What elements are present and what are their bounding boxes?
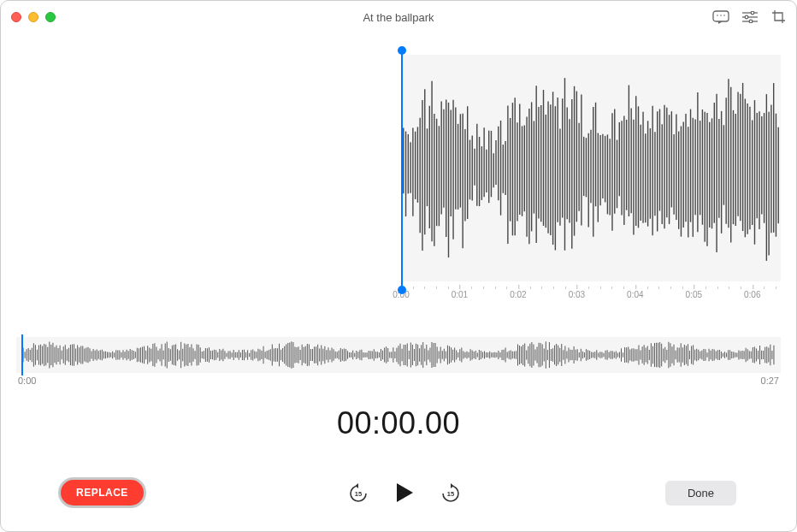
skip-forward-button[interactable]: 15 (440, 482, 462, 504)
detail-waveform-area: 0:000:010:020:030:040:050:06 (16, 50, 781, 307)
svg-point-2 (720, 15, 722, 16)
svg-point-7 (745, 15, 748, 19)
window: At the ballpark (0, 0, 797, 532)
svg-point-5 (751, 11, 754, 15)
time-tick: 0:06 (744, 290, 760, 299)
playback-controls: 15 15 (347, 480, 462, 505)
minimize-window-button[interactable] (28, 12, 38, 22)
time-tick: 0:03 (569, 290, 585, 299)
replace-button[interactable]: REPLACE (61, 480, 144, 505)
svg-point-3 (723, 15, 725, 16)
window-title[interactable]: At the ballpark (11, 11, 786, 24)
content: 0:000:010:020:030:040:050:06 0:00 0:27 0… (1, 33, 796, 531)
time-tick: 0:01 (452, 290, 468, 299)
time-counter: 00:00.00 (16, 405, 781, 441)
traffic-lights (11, 12, 56, 22)
close-window-button[interactable] (11, 12, 21, 22)
titlebar: At the ballpark (1, 1, 796, 33)
svg-text:15: 15 (355, 490, 362, 498)
done-button[interactable]: Done (665, 481, 736, 505)
svg-point-9 (749, 20, 753, 23)
overview-waveform[interactable] (16, 337, 781, 373)
playhead[interactable] (401, 50, 403, 290)
toolbar-right (712, 9, 788, 25)
time-tick: 0:02 (510, 290, 526, 299)
overview-area: 0:00 0:27 (16, 337, 781, 388)
time-tick: 0:05 (686, 290, 702, 299)
controls-bar: REPLACE 15 (16, 480, 781, 531)
overview-start-time: 0:00 (18, 375, 36, 386)
svg-text:15: 15 (447, 490, 454, 498)
overview-playhead[interactable] (21, 334, 23, 375)
detail-waveform (401, 55, 781, 281)
play-button[interactable] (392, 480, 417, 505)
svg-point-1 (717, 15, 718, 16)
time-tick: 0:04 (627, 290, 643, 299)
detail-waveform-container[interactable] (16, 55, 781, 281)
maximize-window-button[interactable] (45, 12, 56, 22)
trim-icon[interactable] (770, 9, 788, 25)
transcribe-icon[interactable] (712, 9, 729, 25)
svg-rect-0 (713, 11, 729, 21)
settings-sliders-icon[interactable] (741, 9, 759, 25)
overview-end-time: 0:27 (761, 375, 779, 386)
skip-back-button[interactable]: 15 (347, 482, 369, 504)
overview-time-labels: 0:00 0:27 (16, 375, 781, 386)
